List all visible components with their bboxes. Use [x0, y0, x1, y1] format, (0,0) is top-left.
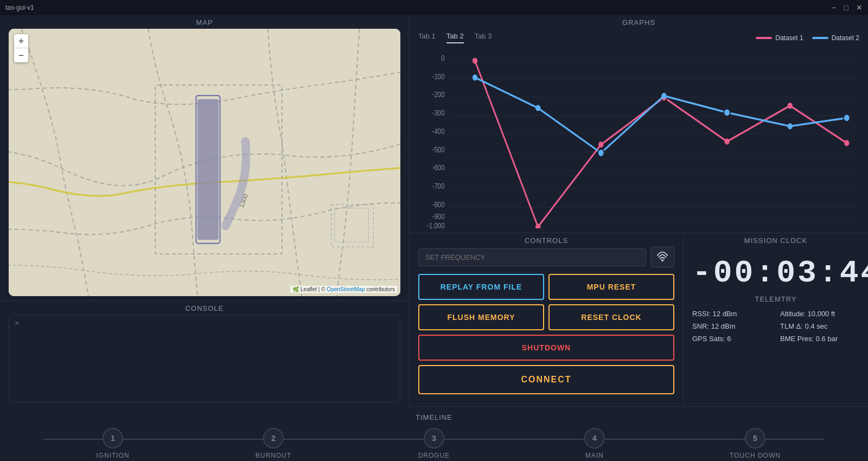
legend-dataset1: Dataset 1 — [756, 34, 803, 42]
map-attribution: 🌿 Leaflet | © OpenStreetMap contributors — [290, 286, 397, 293]
map-zoom-controls: + − — [14, 34, 28, 62]
leaflet-attribution: 🌿 Leaflet — [292, 286, 317, 292]
timeline-circle-1: 1 — [103, 428, 123, 449]
svg-text:-100: -100 — [432, 72, 445, 81]
d1-dot-1 — [473, 57, 477, 63]
flush-memory-button[interactable]: FLUSH MEMORY — [418, 304, 544, 330]
console-header: CONSOLE — [0, 301, 409, 315]
right-panel: GRAPHS Tab 1 Tab 2 Tab 3 Dataset 1 Datas… — [410, 15, 868, 407]
chart-area: 0 -100 -200 -300 -400 -500 -600 -700 -80… — [418, 46, 859, 228]
connect-button[interactable]: CONNECT — [418, 365, 674, 394]
wifi-button[interactable] — [650, 247, 674, 267]
d2-dot-1 — [473, 74, 477, 80]
timeline-step-2: 2 BURNOUT — [193, 428, 354, 459]
maximize-button[interactable]: □ — [844, 4, 848, 11]
close-button[interactable]: ✕ — [856, 4, 863, 11]
timeline-track: 1 IGNITION 2 BURNOUT 3 DROGUE 4 MAIN 5 T… — [0, 428, 868, 459]
rssi-value: RSSI: 12 dBm — [692, 309, 771, 319]
d2-dot-7 — [844, 114, 850, 121]
tab-2[interactable]: Tab 2 — [446, 32, 464, 43]
altitude-value: Altitude: 10,000 ft — [780, 309, 859, 319]
mission-clock-section: MISSION CLOCK -00:03:44 TELEMTRY RSSI: 1… — [684, 233, 868, 406]
clock-display: -00:03:44 — [692, 255, 859, 291]
console-body[interactable]: > — [9, 315, 400, 402]
legend-dataset2: Dataset 2 — [812, 34, 859, 42]
map-container[interactable]: 1300 + − — [9, 29, 400, 296]
reset-clock-button[interactable]: RESET CLOCK — [548, 304, 674, 330]
dataset2-line — [475, 78, 847, 153]
zoom-out-button[interactable]: − — [14, 48, 28, 62]
svg-text:-300: -300 — [432, 108, 445, 117]
timeline-label-5: TOUCH DOWN — [730, 452, 781, 459]
console-section: CONSOLE > — [0, 301, 409, 407]
tab-1[interactable]: Tab 1 — [418, 32, 436, 43]
buttons-row-3: SHUTDOWN — [418, 335, 674, 361]
left-panel: MAP — [0, 15, 410, 407]
graphs-tabs: Tab 1 Tab 2 Tab 3 Dataset 1 Dataset 2 — [418, 29, 859, 43]
titlebar: tas-gui-v1 − □ ✕ — [0, 0, 868, 15]
mission-clock-header: MISSION CLOCK — [692, 233, 859, 247]
attribution-separator: | © — [318, 286, 327, 292]
timeline-step-1: 1 IGNITION — [33, 428, 193, 459]
frequency-row — [418, 247, 674, 267]
minimize-button[interactable]: − — [832, 4, 836, 11]
d2-dot-3 — [598, 149, 604, 157]
tlm-value: TLM Δ: 0.4 sec — [780, 321, 859, 331]
timeline-header: TIMELINE — [416, 410, 452, 424]
map-header: MAP — [0, 15, 409, 29]
d1-dot-5 — [724, 138, 729, 144]
graphs-header: GRAPHS — [418, 15, 859, 29]
timeline-step-5: 5 TOUCH DOWN — [675, 428, 835, 459]
svg-text:-1,000: -1,000 — [427, 221, 445, 228]
legend-color-2 — [812, 37, 828, 39]
svg-text:-700: -700 — [432, 182, 445, 190]
buttons-row-2: FLUSH MEMORY RESET CLOCK — [418, 304, 674, 330]
bme-value: BME Pres: 0.6 bar — [780, 334, 859, 344]
timeline-circle-5: 5 — [745, 428, 765, 449]
chart-svg: 0 -100 -200 -300 -400 -500 -600 -700 -80… — [418, 46, 859, 228]
timeline-label-3: DROGUE — [418, 452, 450, 459]
timeline-label-2: BURNOUT — [256, 452, 291, 459]
d2-dot-2 — [535, 105, 540, 111]
svg-text:-200: -200 — [432, 90, 445, 99]
map-section: MAP — [0, 15, 409, 301]
controls-grid: REPLAY FROM FILE MPU RESET FLUSH MEMORY … — [418, 247, 674, 400]
legend-label-2: Dataset 2 — [832, 34, 859, 42]
controls-section: CONTROLS — [410, 233, 684, 406]
main-layout: MAP — [0, 15, 868, 461]
buttons-row-4: CONNECT — [418, 365, 674, 394]
zoom-in-button[interactable]: + — [14, 34, 28, 48]
telemetry-title: TELEMTRY — [692, 295, 859, 303]
map-background: 1300 + − — [9, 29, 400, 296]
mpu-reset-button[interactable]: MPU RESET — [548, 274, 674, 300]
telemetry-grid: RSSI: 12 dBm Altitude: 10,000 ft SNR: 12… — [692, 309, 859, 344]
timeline-circle-2: 2 — [263, 428, 284, 449]
svg-rect-1 — [197, 99, 219, 240]
timeline-circle-4: 4 — [584, 428, 605, 449]
app-title: tas-gui-v1 — [5, 4, 34, 11]
controls-header: CONTROLS — [418, 233, 674, 247]
controls-row: CONTROLS — [410, 233, 868, 407]
svg-text:-900: -900 — [432, 212, 445, 221]
window-controls: − □ ✕ — [832, 4, 863, 11]
osm-link[interactable]: OpenStreetMap — [327, 286, 365, 292]
frequency-input[interactable] — [418, 248, 646, 266]
replay-button[interactable]: REPLAY FROM FILE — [418, 274, 544, 300]
d2-dot-6 — [788, 123, 793, 129]
top-row: MAP — [0, 15, 868, 407]
timeline-section: TIMELINE 1 IGNITION 2 BURNOUT 3 DROGUE 4… — [0, 407, 868, 461]
shutdown-button[interactable]: SHUTDOWN — [418, 335, 674, 361]
d2-dot-5 — [724, 109, 730, 117]
d1-dot-3 — [598, 142, 603, 148]
svg-text:-500: -500 — [432, 145, 445, 154]
attribution-suffix: contributors — [367, 286, 395, 292]
graphs-section: GRAPHS Tab 1 Tab 2 Tab 3 Dataset 1 Datas… — [410, 15, 868, 233]
svg-text:-800: -800 — [432, 200, 445, 209]
tab-3[interactable]: Tab 3 — [475, 32, 492, 43]
timeline-label-1: IGNITION — [96, 452, 129, 459]
buttons-row-1: REPLAY FROM FILE MPU RESET — [418, 274, 674, 300]
telemetry-section: TELEMTRY RSSI: 12 dBm Altitude: 10,000 f… — [692, 295, 859, 400]
timeline-step-4: 4 MAIN — [514, 428, 675, 459]
d1-dot-6 — [788, 103, 793, 108]
timeline-label-4: MAIN — [585, 452, 604, 459]
